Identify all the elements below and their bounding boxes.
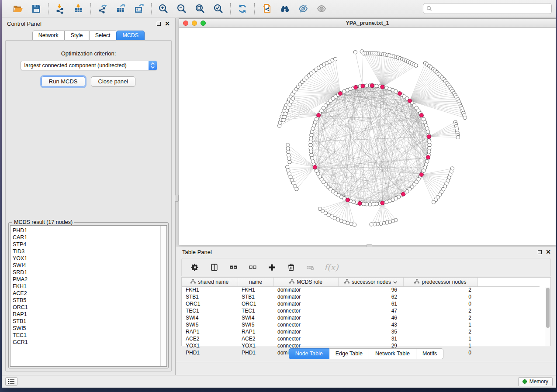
network-node[interactable] bbox=[456, 135, 460, 139]
column-header[interactable]: name bbox=[238, 278, 273, 286]
network-node[interactable] bbox=[343, 220, 346, 224]
list-item[interactable]: RAP1 bbox=[13, 311, 160, 318]
mcds-hub-node[interactable] bbox=[361, 84, 365, 88]
window-maximize-icon[interactable] bbox=[201, 21, 206, 26]
table-row[interactable]: FKH1FKH1dominator962 bbox=[182, 286, 540, 293]
network-node[interactable] bbox=[310, 156, 314, 160]
network-node[interactable] bbox=[286, 143, 290, 147]
tab-mcds[interactable]: MCDS bbox=[116, 31, 145, 40]
table-row[interactable]: ORC1ORC1dominator610 bbox=[182, 300, 540, 307]
mcds-hub-node[interactable] bbox=[346, 198, 350, 202]
mcds-hub-node[interactable] bbox=[408, 99, 412, 103]
list-item[interactable]: STB1 bbox=[13, 318, 160, 325]
network-canvas[interactable] bbox=[179, 28, 556, 245]
mcds-hub-node[interactable] bbox=[313, 165, 317, 169]
network-node[interactable] bbox=[333, 57, 337, 61]
list-item[interactable]: SWI5 bbox=[13, 325, 160, 332]
network-node[interactable] bbox=[353, 223, 356, 226]
tab-node-table[interactable]: Node Table bbox=[289, 348, 329, 359]
network-node[interactable] bbox=[318, 207, 322, 210]
export-image-icon[interactable] bbox=[132, 2, 147, 15]
network-node[interactable] bbox=[426, 130, 429, 134]
network-node[interactable] bbox=[287, 153, 290, 157]
network-node[interactable] bbox=[372, 203, 375, 206]
mcds-hub-node[interactable] bbox=[419, 173, 423, 177]
tab-select[interactable]: Select bbox=[89, 31, 117, 40]
network-node[interactable] bbox=[291, 97, 294, 100]
window-close-icon[interactable] bbox=[183, 21, 188, 26]
search-field[interactable] bbox=[423, 3, 552, 14]
network-node[interactable] bbox=[385, 200, 388, 204]
list-item[interactable]: CAR1 bbox=[13, 234, 160, 241]
network-node[interactable] bbox=[309, 150, 313, 153]
network-node[interactable] bbox=[375, 84, 378, 88]
network-node[interactable] bbox=[365, 84, 368, 87]
mcds-hub-node[interactable] bbox=[398, 92, 402, 96]
network-node[interactable] bbox=[362, 202, 365, 206]
table-row[interactable]: STB1STB1dominator620 bbox=[182, 293, 540, 300]
list-item[interactable]: YOX1 bbox=[13, 255, 160, 262]
mcds-hub-node[interactable] bbox=[339, 92, 343, 96]
mcds-hub-node[interactable] bbox=[317, 113, 321, 117]
tab-network-table[interactable]: Network Table bbox=[369, 348, 416, 359]
select-all-rows-icon[interactable] bbox=[228, 262, 239, 272]
tab-network[interactable]: Network bbox=[32, 31, 65, 40]
list-item[interactable]: STB5 bbox=[13, 297, 160, 304]
network-node[interactable] bbox=[428, 140, 431, 143]
network-node[interactable] bbox=[426, 127, 429, 130]
column-header[interactable]: successor nodes bbox=[338, 278, 403, 286]
close-panel-icon[interactable]: ✕ bbox=[165, 22, 170, 26]
memory-button[interactable]: Memory bbox=[518, 377, 553, 386]
network-node[interactable] bbox=[288, 160, 291, 164]
column-header[interactable]: MCDS role bbox=[273, 278, 338, 286]
network-node[interactable] bbox=[309, 137, 313, 140]
list-item[interactable]: FKH1 bbox=[13, 283, 160, 290]
list-item[interactable]: SRD1 bbox=[13, 269, 160, 276]
search-network-icon[interactable] bbox=[277, 2, 292, 15]
float-panel-icon[interactable] bbox=[538, 250, 542, 254]
network-node[interactable] bbox=[463, 116, 467, 120]
network-node[interactable] bbox=[286, 165, 289, 169]
close-panel-icon[interactable]: ✕ bbox=[546, 250, 551, 254]
network-window-titlebar[interactable]: YPA_prune.txt_1 bbox=[179, 19, 556, 28]
splitter-grip[interactable] bbox=[175, 195, 179, 202]
import-network-icon[interactable] bbox=[53, 2, 68, 15]
network-node[interactable] bbox=[353, 51, 357, 54]
save-session-icon[interactable] bbox=[29, 2, 44, 15]
delete-column-trash-icon[interactable] bbox=[286, 262, 296, 272]
window-minimize-icon[interactable] bbox=[192, 21, 197, 26]
column-header[interactable]: predecessor nodes bbox=[403, 278, 477, 286]
table-scrollbar[interactable] bbox=[545, 287, 550, 346]
network-node[interactable] bbox=[287, 150, 290, 154]
network-node[interactable] bbox=[428, 143, 431, 147]
refresh-icon[interactable] bbox=[235, 2, 250, 15]
tab-motifs[interactable]: Motifs bbox=[416, 348, 443, 359]
network-node[interactable] bbox=[346, 221, 349, 225]
mcds-hub-node[interactable] bbox=[419, 113, 423, 117]
list-item[interactable]: PHD1 bbox=[13, 227, 160, 234]
zoom-out-icon[interactable] bbox=[174, 2, 189, 15]
run-mcds-button[interactable]: Run MCDS bbox=[42, 76, 85, 87]
import-table-icon[interactable] bbox=[71, 2, 86, 15]
list-item[interactable]: ACE2 bbox=[13, 290, 160, 297]
table-row[interactable]: ACE2ACE2connector311 bbox=[182, 335, 540, 342]
network-node[interactable] bbox=[370, 223, 373, 226]
network-node[interactable] bbox=[368, 203, 372, 206]
network-node[interactable] bbox=[375, 202, 378, 206]
network-node[interactable] bbox=[287, 168, 290, 172]
network-node[interactable] bbox=[428, 147, 431, 150]
mcds-hub-node[interactable] bbox=[381, 85, 384, 89]
table-settings-gear-icon[interactable] bbox=[190, 262, 200, 272]
list-item[interactable]: SWI4 bbox=[13, 262, 160, 269]
table-scrollbar-thumb[interactable] bbox=[546, 288, 550, 328]
network-node[interactable] bbox=[310, 133, 313, 137]
show-panel-eye-icon[interactable] bbox=[314, 2, 329, 15]
network-node[interactable] bbox=[310, 153, 313, 157]
search-input[interactable] bbox=[434, 6, 548, 12]
table-row[interactable]: SWI5SWI5connector431 bbox=[182, 321, 540, 328]
network-node[interactable] bbox=[414, 64, 418, 67]
network-node[interactable] bbox=[286, 147, 290, 150]
hide-panel-eye-icon[interactable] bbox=[296, 2, 311, 15]
tab-edge-table[interactable]: Edge Table bbox=[329, 348, 369, 359]
mcds-result-list[interactable]: PHD1CAR1STP4TID3YOX1SWI4SRD1PMA2FKH1ACE2… bbox=[10, 225, 167, 367]
